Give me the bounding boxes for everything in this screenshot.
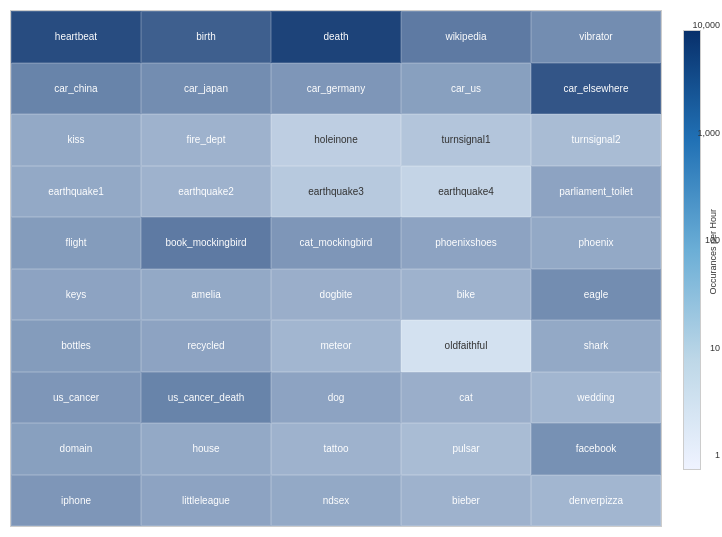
cell-vibrator: vibrator xyxy=(531,11,661,63)
legend-label-10: 10 xyxy=(710,343,720,353)
cell-facebook: facebook xyxy=(531,423,661,475)
cell-flight: flight xyxy=(11,217,141,269)
cell-turnsignal2: turnsignal2 xyxy=(531,114,661,166)
cell-ndsex: ndsex xyxy=(271,475,401,527)
cell-dogbite: dogbite xyxy=(271,269,401,321)
cell-keys: keys xyxy=(11,269,141,321)
cell-bottles: bottles xyxy=(11,320,141,372)
cell-house: house xyxy=(141,423,271,475)
legend-label-1: 1 xyxy=(715,450,720,460)
cell-heartbeat: heartbeat xyxy=(11,11,141,63)
cell-shark: shark xyxy=(531,320,661,372)
cell-earthquake1: earthquake1 xyxy=(11,166,141,218)
cell-recycled: recycled xyxy=(141,320,271,372)
main-container: heartbeatbirthdeathwikipediavibratorcar_… xyxy=(0,0,722,537)
cell-bieber: bieber xyxy=(401,475,531,527)
cell-car_china: car_china xyxy=(11,63,141,115)
cell-earthquake3: earthquake3 xyxy=(271,166,401,218)
cell-cat: cat xyxy=(401,372,531,424)
cell-eagle: eagle xyxy=(531,269,661,321)
legend-wrapper: 10,000 1,000 100 10 1 xyxy=(683,20,701,517)
cell-domain: domain xyxy=(11,423,141,475)
cell-kiss: kiss xyxy=(11,114,141,166)
cell-wikipedia: wikipedia xyxy=(401,11,531,63)
cell-denverpizza: denverpizza xyxy=(531,475,661,527)
cell-car_elsewhere: car_elsewhere xyxy=(531,63,661,115)
cell-car_us: car_us xyxy=(401,63,531,115)
legend-label-10000: 10,000 xyxy=(692,20,720,30)
cell-us_cancer_death: us_cancer_death xyxy=(141,372,271,424)
cell-book_mockingbird: book_mockingbird xyxy=(141,217,271,269)
cell-death: death xyxy=(271,11,401,63)
cell-bike: bike xyxy=(401,269,531,321)
cell-pulsar: pulsar xyxy=(401,423,531,475)
cell-iphone: iphone xyxy=(11,475,141,527)
cell-dog: dog xyxy=(271,372,401,424)
heatmap-grid: heartbeatbirthdeathwikipediavibratorcar_… xyxy=(10,10,662,527)
cell-fire_dept: fire_dept xyxy=(141,114,271,166)
cell-earthquake2: earthquake2 xyxy=(141,166,271,218)
cell-us_cancer: us_cancer xyxy=(11,372,141,424)
cell-earthquake4: earthquake4 xyxy=(401,166,531,218)
legend-label-1000: 1,000 xyxy=(697,128,720,138)
cell-turnsignal1: turnsignal1 xyxy=(401,114,531,166)
cell-amelia: amelia xyxy=(141,269,271,321)
cell-littleleague: littleleague xyxy=(141,475,271,527)
cell-wedding: wedding xyxy=(531,372,661,424)
cell-meteor: meteor xyxy=(271,320,401,372)
cell-tattoo: tattoo xyxy=(271,423,401,475)
legend-title: Occurances per Hour xyxy=(708,209,718,295)
cell-phoenixshoes: phoenixshoes xyxy=(401,217,531,269)
legend-area: 10,000 1,000 100 10 1 Occurances per Hou… xyxy=(662,10,722,527)
cell-oldfaithful: oldfaithful xyxy=(401,320,531,372)
cell-holeinone: holeinone xyxy=(271,114,401,166)
cell-cat_mockingbird: cat_mockingbird xyxy=(271,217,401,269)
heatmap-area: heartbeatbirthdeathwikipediavibratorcar_… xyxy=(10,10,662,527)
cell-phoenix: phoenix xyxy=(531,217,661,269)
cell-car_japan: car_japan xyxy=(141,63,271,115)
cell-parliament_toilet: parliament_toilet xyxy=(531,166,661,218)
cell-birth: birth xyxy=(141,11,271,63)
cell-car_germany: car_germany xyxy=(271,63,401,115)
